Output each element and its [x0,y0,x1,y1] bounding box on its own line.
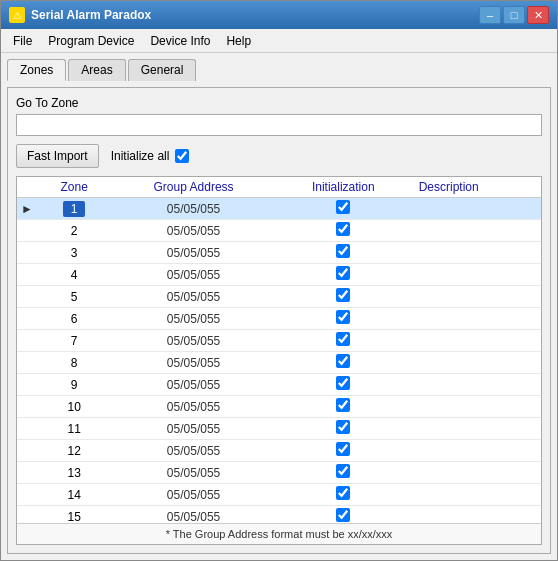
description-cell [411,506,541,524]
table-row[interactable]: ►105/05/055 [17,198,541,220]
tab-areas[interactable]: Areas [68,59,125,81]
row-indicator: ► [17,198,37,220]
row-indicator [17,264,37,286]
row-indicator [17,396,37,418]
group-address: 05/05/055 [111,264,276,286]
zone-number: 10 [37,396,111,418]
init-cell[interactable] [276,264,411,286]
group-address: 05/05/055 [111,374,276,396]
fast-import-button[interactable]: Fast Import [16,144,99,168]
tab-content-zones: Go To Zone Fast Import Initialize all [7,87,551,554]
tab-bar: Zones Areas General [7,59,551,81]
row-indicator [17,242,37,264]
close-button[interactable]: ✕ [527,6,549,24]
row-indicator [17,440,37,462]
init-checkbox[interactable] [336,244,350,258]
zone-number: 12 [37,440,111,462]
row-indicator [17,352,37,374]
th-group-address: Group Address [111,177,276,198]
group-address: 05/05/055 [111,506,276,524]
init-cell[interactable] [276,506,411,524]
group-address: 05/05/055 [111,484,276,506]
table-row[interactable]: 505/05/055 [17,286,541,308]
init-cell[interactable] [276,418,411,440]
description-cell [411,264,541,286]
menu-device-info[interactable]: Device Info [142,32,218,50]
table-row[interactable]: 1105/05/055 [17,418,541,440]
init-cell[interactable] [276,484,411,506]
menu-help[interactable]: Help [218,32,259,50]
description-cell [411,440,541,462]
group-address: 05/05/055 [111,330,276,352]
app-icon: ⚠ [9,7,25,23]
init-cell[interactable] [276,286,411,308]
init-cell[interactable] [276,198,411,220]
init-checkbox[interactable] [336,442,350,456]
description-cell [411,418,541,440]
zone-number: 7 [37,330,111,352]
main-window: ⚠ Serial Alarm Paradox – □ ✕ File Progra… [0,0,558,561]
table-row[interactable]: 1505/05/055 [17,506,541,524]
minimize-button[interactable]: – [479,6,501,24]
title-buttons: – □ ✕ [479,6,549,24]
init-all-checkbox[interactable] [175,149,189,163]
table-row[interactable]: 305/05/055 [17,242,541,264]
tab-zones[interactable]: Zones [7,59,66,81]
table-row[interactable]: 705/05/055 [17,330,541,352]
group-address: 05/05/055 [111,418,276,440]
init-cell[interactable] [276,352,411,374]
table-row[interactable]: 805/05/055 [17,352,541,374]
init-checkbox[interactable] [336,310,350,324]
row-indicator [17,506,37,524]
table-row[interactable]: 1205/05/055 [17,440,541,462]
description-cell [411,198,541,220]
group-address: 05/05/055 [111,462,276,484]
init-cell[interactable] [276,308,411,330]
table-row[interactable]: 905/05/055 [17,374,541,396]
zone-number: 14 [37,484,111,506]
init-checkbox[interactable] [336,332,350,346]
row-indicator [17,220,37,242]
init-checkbox[interactable] [336,398,350,412]
init-checkbox[interactable] [336,354,350,368]
tab-general[interactable]: General [128,59,197,81]
description-cell [411,374,541,396]
description-cell [411,484,541,506]
init-checkbox[interactable] [336,464,350,478]
init-checkbox[interactable] [336,222,350,236]
init-checkbox[interactable] [336,200,350,214]
init-checkbox[interactable] [336,508,350,522]
init-cell[interactable] [276,440,411,462]
maximize-button[interactable]: □ [503,6,525,24]
table-row[interactable]: 605/05/055 [17,308,541,330]
table-row[interactable]: 1405/05/055 [17,484,541,506]
menu-program-device[interactable]: Program Device [40,32,142,50]
table-row[interactable]: 205/05/055 [17,220,541,242]
init-checkbox[interactable] [336,420,350,434]
init-cell[interactable] [276,330,411,352]
zone-table: Zone Group Address Initialization Descri… [17,177,541,523]
zone-number: 1 [37,198,111,220]
init-cell[interactable] [276,396,411,418]
init-cell[interactable] [276,462,411,484]
zone-number: 4 [37,264,111,286]
menu-file[interactable]: File [5,32,40,50]
init-cell[interactable] [276,220,411,242]
table-row[interactable]: 1305/05/055 [17,462,541,484]
row-indicator [17,308,37,330]
table-row[interactable]: 1005/05/055 [17,396,541,418]
init-cell[interactable] [276,374,411,396]
init-checkbox[interactable] [336,486,350,500]
init-checkbox[interactable] [336,288,350,302]
init-checkbox[interactable] [336,266,350,280]
th-zone: Zone [37,177,111,198]
table-row[interactable]: 405/05/055 [17,264,541,286]
menu-bar: File Program Device Device Info Help [1,29,557,53]
row-indicator [17,484,37,506]
init-checkbox[interactable] [336,376,350,390]
row-indicator [17,418,37,440]
group-address: 05/05/055 [111,352,276,374]
go-to-zone-input[interactable] [16,114,542,136]
table-wrapper[interactable]: Zone Group Address Initialization Descri… [17,177,541,523]
init-cell[interactable] [276,242,411,264]
